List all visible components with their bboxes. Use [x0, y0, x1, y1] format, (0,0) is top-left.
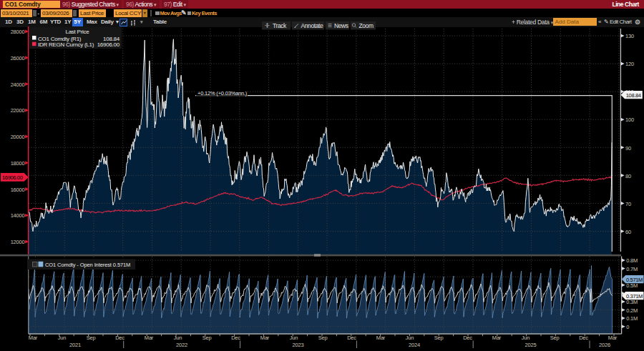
svg-text:2025: 2025: [525, 342, 537, 348]
svg-text:2026: 2026: [599, 342, 610, 348]
svg-text:2024: 2024: [409, 342, 420, 348]
svg-text:Jun: Jun: [58, 335, 67, 341]
svg-text:70: 70: [625, 201, 631, 207]
svg-text:28000: 28000: [11, 29, 25, 35]
svg-text:80: 80: [625, 173, 631, 179]
svg-text:108.84: 108.84: [103, 36, 120, 42]
svg-text:0.3M: 0.3M: [626, 299, 638, 305]
svg-text:120: 120: [625, 61, 634, 67]
svg-text:Annotate: Annotate: [301, 22, 324, 29]
svg-text:Mar: Mar: [492, 335, 502, 341]
svg-text:Jun: Jun: [174, 335, 182, 341]
svg-text:130: 130: [625, 33, 634, 39]
svg-text:2023: 2023: [293, 342, 304, 348]
svg-text:Dec: Dec: [463, 335, 472, 341]
svg-text:0.8M: 0.8M: [626, 257, 638, 264]
svg-text:2022: 2022: [176, 342, 187, 348]
svg-text:12000: 12000: [11, 239, 25, 245]
svg-text:Sep: Sep: [434, 335, 444, 341]
svg-text:16906.00: 16906.00: [97, 41, 120, 48]
svg-text:Sep: Sep: [87, 335, 96, 341]
svg-text:CO1 Comdty (R1): CO1 Comdty (R1): [38, 36, 82, 42]
svg-text:Mar: Mar: [145, 335, 154, 341]
svg-text:0: 0: [626, 324, 629, 330]
svg-text:Mar: Mar: [260, 335, 270, 341]
svg-text:0.7M: 0.7M: [626, 266, 638, 272]
svg-text:Jun: Jun: [290, 335, 298, 341]
svg-text:Track: Track: [273, 22, 287, 29]
svg-text:0.5M: 0.5M: [626, 282, 638, 289]
svg-text:Dec: Dec: [115, 335, 125, 341]
svg-text:2021: 2021: [69, 342, 81, 348]
svg-text:20000: 20000: [11, 134, 25, 140]
svg-text:Mar: Mar: [29, 335, 38, 341]
svg-text:IDR REGN Curncy (L1): IDR REGN Curncy (L1): [38, 41, 94, 48]
svg-text:Dec: Dec: [579, 335, 588, 341]
svg-text:0.371M: 0.371M: [626, 293, 643, 300]
svg-text:18000: 18000: [11, 160, 25, 167]
svg-text:Jun: Jun: [522, 335, 530, 341]
svg-text:16000: 16000: [11, 187, 25, 193]
svg-text:Sep: Sep: [318, 335, 328, 341]
svg-text:Mar: Mar: [608, 335, 618, 341]
svg-text:Dec: Dec: [231, 335, 240, 341]
svg-text:Jun: Jun: [406, 335, 414, 341]
svg-text:CO1 Comdty - Open Interest 0.5: CO1 Comdty - Open Interest 0.571M: [45, 262, 130, 268]
svg-text:16906.00: 16906.00: [2, 174, 23, 181]
svg-text:Dec: Dec: [347, 335, 356, 341]
svg-text:100: 100: [625, 117, 634, 123]
svg-text:0.1M: 0.1M: [626, 315, 638, 322]
svg-text:News: News: [334, 22, 348, 29]
svg-text:26000: 26000: [11, 55, 25, 61]
svg-text:14000: 14000: [11, 212, 25, 219]
svg-text:0.571M: 0.571M: [626, 277, 643, 283]
svg-text:24000: 24000: [11, 81, 25, 88]
svg-text:Sep: Sep: [203, 335, 212, 341]
svg-text:+0.12% (+0.03%ann.): +0.12% (+0.03%ann.): [197, 90, 248, 97]
svg-text:108.84: 108.84: [626, 92, 641, 99]
svg-text:60: 60: [625, 229, 631, 235]
svg-text:Sep: Sep: [550, 335, 560, 341]
svg-text:90: 90: [625, 145, 631, 152]
svg-text:Mar: Mar: [376, 335, 386, 341]
svg-text:22000: 22000: [11, 107, 25, 114]
svg-text:0.2M: 0.2M: [626, 307, 638, 314]
svg-text:Last Price: Last Price: [65, 29, 89, 35]
svg-text:Zoom: Zoom: [359, 22, 374, 29]
